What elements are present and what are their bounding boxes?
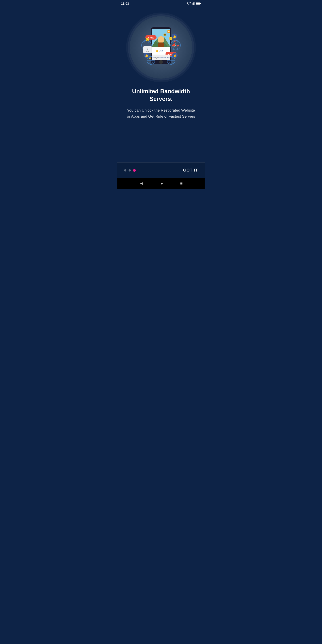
svg-text:❤: ❤ <box>148 35 150 38</box>
svg-text:👍 Like  💬 Comment  ↗ Share: 👍 Like 💬 Comment ↗ Share <box>149 56 173 59</box>
svg-point-48 <box>159 60 163 64</box>
svg-rect-0 <box>192 4 192 5</box>
battery-icon <box>196 2 201 5</box>
svg-rect-5 <box>200 3 201 4</box>
status-icons <box>187 2 201 5</box>
svg-text:👍: 👍 <box>145 54 148 57</box>
svg-text:$: $ <box>147 48 148 50</box>
svg-text:❤: ❤ <box>177 44 179 48</box>
svg-text:📣: 📣 <box>172 42 177 48</box>
pagination-dot-2 <box>128 169 131 172</box>
recents-button[interactable]: ■ <box>180 181 183 186</box>
wifi-icon <box>187 2 191 5</box>
pagination-dots <box>124 169 136 172</box>
svg-point-12 <box>158 36 164 43</box>
svg-text:📶: 📶 <box>167 30 170 33</box>
pagination-dot-3 <box>133 169 136 172</box>
status-time: 11:03 <box>121 2 129 5</box>
social-media-illustration: ♥ 7000 ♥ 9000 👍 👍 👍 ❤ <box>139 23 183 72</box>
system-nav-bar: ◄ ● ■ <box>118 178 204 189</box>
svg-rect-6 <box>196 3 200 4</box>
text-section: Unlimited Bandwidth Servers. You can Unl… <box>124 88 198 120</box>
home-button[interactable]: ● <box>160 181 163 186</box>
status-bar: 11:03 <box>118 0 204 7</box>
svg-text:😊: 😊 <box>145 38 149 42</box>
subtitle: You can Unlock the Restigrated Website o… <box>126 107 196 120</box>
back-button[interactable]: ◄ <box>139 181 143 186</box>
svg-text:😊: 😊 <box>169 37 173 40</box>
signal-icon <box>192 2 195 5</box>
svg-text:😊: 😊 <box>163 33 166 36</box>
illustration-container: ♥ 7000 ♥ 9000 👍 👍 👍 ❤ <box>130 16 192 79</box>
svg-text:chart: chart <box>146 51 149 52</box>
bottom-nav: GOT IT <box>118 162 204 178</box>
svg-rect-2 <box>194 2 194 5</box>
main-content: ♥ 7000 ♥ 9000 👍 👍 👍 ❤ <box>118 7 204 162</box>
svg-text:👍: 👍 <box>173 54 177 57</box>
svg-rect-3 <box>194 2 195 5</box>
svg-text:👍: 👍 <box>173 35 176 38</box>
got-it-button[interactable]: GOT IT <box>183 168 198 173</box>
svg-text:👍 Like: 👍 Like <box>156 49 163 52</box>
svg-rect-1 <box>192 3 193 5</box>
main-title: Unlimited Bandwidth Servers. <box>126 88 196 103</box>
pagination-dot-1 <box>124 169 126 172</box>
